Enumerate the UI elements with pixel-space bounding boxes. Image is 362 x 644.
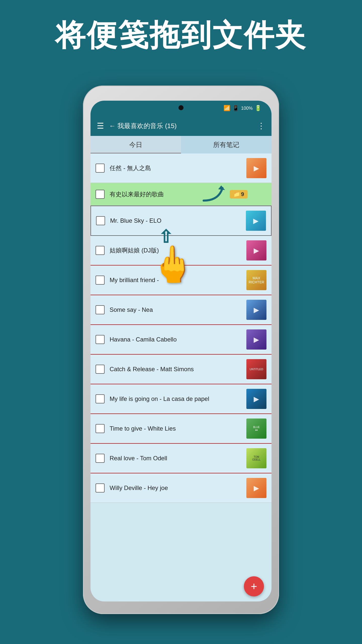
checkbox-10[interactable] bbox=[96, 424, 105, 433]
play-icon-6: ▶ bbox=[254, 306, 259, 314]
play-icon-4: ▶ bbox=[254, 246, 259, 255]
camera-notch bbox=[178, 105, 184, 110]
checkbox-12[interactable] bbox=[96, 483, 105, 493]
phone-shell: 📶 📱 100% 🔋 ☰ ← 我最喜欢的音乐 (15) ⋮ 今日 所有笔记 bbox=[83, 86, 279, 614]
thumbnail-5: MAXRICHTER bbox=[246, 270, 266, 290]
tab-all-notes[interactable]: 所有笔记 bbox=[181, 136, 272, 154]
list-item: Havana - Camila Cabello ▶ bbox=[90, 325, 272, 355]
checkbox-1[interactable] bbox=[96, 164, 105, 173]
checkbox-2[interactable] bbox=[96, 190, 105, 199]
phone-container: 📶 📱 100% 🔋 ☰ ← 我最喜欢的音乐 (15) ⋮ 今日 所有笔记 bbox=[83, 86, 279, 614]
battery-label: 100% bbox=[241, 106, 253, 111]
list-item: My brilliant friend - MAXRICHTER bbox=[90, 266, 272, 295]
list-item: Real love - Tom Odell TOMODELL bbox=[90, 444, 272, 473]
list-item: My life is going on - La casa de papel ▶ bbox=[90, 384, 272, 414]
item-text-1: 任然 - 無人之島 bbox=[110, 164, 246, 172]
item-text-6: Some say - Nea bbox=[110, 306, 246, 313]
list-item: Catch & Release - Matt Simons UNTITLED bbox=[90, 355, 272, 384]
phone-screen: 📶 📱 100% 🔋 ☰ ← 我最喜欢的音乐 (15) ⋮ 今日 所有笔记 bbox=[90, 101, 272, 601]
toolbar-title: ← 我最喜欢的音乐 (15) bbox=[109, 122, 252, 130]
svg-marker-0 bbox=[218, 185, 225, 190]
list-item: Mr. Blue Sky - ELO ▶ bbox=[90, 206, 272, 236]
thumbnail-6: ▶ bbox=[246, 300, 266, 320]
item-text-9: My life is going on - La casa de papel bbox=[110, 395, 246, 402]
thumbnail-11: TOMODELL bbox=[246, 448, 266, 468]
play-icon-1: ▶ bbox=[254, 164, 259, 172]
play-icon-3: ▶ bbox=[253, 217, 259, 225]
thumbnail-12: ▶ bbox=[246, 478, 266, 498]
checkbox-7[interactable] bbox=[96, 335, 105, 344]
folder-icon: 📁 bbox=[233, 191, 240, 198]
item-text-8: Catch & Release - Matt Simons bbox=[110, 366, 246, 373]
checkbox-5[interactable] bbox=[96, 276, 105, 285]
list-container: 任然 - 無人之島 ▶ 有史以来最好的歌曲 bbox=[90, 154, 272, 601]
item-text-3: Mr. Blue Sky - ELO bbox=[110, 217, 246, 224]
item-text-5: My brilliant friend - bbox=[110, 277, 246, 284]
tabs-bar: 今日 所有笔记 bbox=[90, 136, 272, 154]
toolbar: ☰ ← 我最喜欢的音乐 (15) ⋮ bbox=[90, 116, 272, 136]
play-icon-12: ▶ bbox=[254, 484, 259, 492]
signal-icon: 📱 bbox=[232, 105, 239, 111]
item-text-4: 姑娘啊姑娘 (DJ版) bbox=[110, 246, 246, 254]
item-text-10: Time to give - White Lies bbox=[110, 425, 246, 432]
item-text-7: Havana - Camila Cabello bbox=[110, 336, 246, 343]
thumbnail-9: ▶ bbox=[246, 389, 266, 409]
curved-arrow-svg bbox=[199, 183, 229, 203]
checkbox-11[interactable] bbox=[96, 454, 105, 463]
list-item: 姑娘啊姑娘 (DJ版) ▶ bbox=[90, 236, 272, 266]
thumbnail-3: ▶ bbox=[246, 211, 266, 231]
thumbnail-7: ▶ bbox=[246, 329, 266, 350]
wifi-icon: 📶 bbox=[223, 105, 230, 111]
checkbox-6[interactable] bbox=[96, 305, 105, 314]
status-bar: 📶 📱 100% 🔋 bbox=[90, 101, 272, 116]
battery-icon: 🔋 bbox=[255, 105, 261, 111]
tab-today[interactable]: 今日 bbox=[90, 136, 181, 154]
checkbox-9[interactable] bbox=[96, 394, 105, 403]
folder-count: 9 bbox=[241, 191, 244, 198]
hamburger-icon[interactable]: ☰ bbox=[97, 121, 104, 131]
list-item: Willy Deville - Hey joe ▶ bbox=[90, 473, 272, 503]
thumbnail-10: BLUE♦♦ bbox=[246, 419, 266, 439]
play-icon-9: ▶ bbox=[254, 395, 259, 403]
folder-indicator: 📁 9 bbox=[230, 190, 248, 199]
item-text-11: Real love - Tom Odell bbox=[110, 455, 246, 462]
list-item: 有史以来最好的歌曲 📁 9 bbox=[90, 183, 272, 206]
play-icon-7: ▶ bbox=[254, 335, 259, 344]
checkbox-3[interactable] bbox=[96, 216, 105, 225]
status-icons: 📶 📱 100% 🔋 bbox=[223, 105, 261, 111]
list-item: Some say - Nea ▶ bbox=[90, 295, 272, 325]
thumbnail-4: ▶ bbox=[246, 240, 266, 260]
more-options-icon[interactable]: ⋮ bbox=[257, 121, 265, 131]
list-item: Time to give - White Lies BLUE♦♦ bbox=[90, 414, 272, 444]
item-text-12: Willy Deville - Hey joe bbox=[110, 484, 246, 491]
list-item: 任然 - 無人之島 ▶ bbox=[90, 154, 272, 183]
fab-button[interactable]: + bbox=[244, 576, 264, 596]
thumbnail-8: UNTITLED bbox=[246, 359, 266, 379]
page-title: 将便笺拖到文件夹 bbox=[25, 15, 337, 56]
checkbox-8[interactable] bbox=[96, 365, 105, 374]
thumbnail-1: ▶ bbox=[246, 158, 266, 178]
checkbox-4[interactable] bbox=[96, 246, 105, 255]
